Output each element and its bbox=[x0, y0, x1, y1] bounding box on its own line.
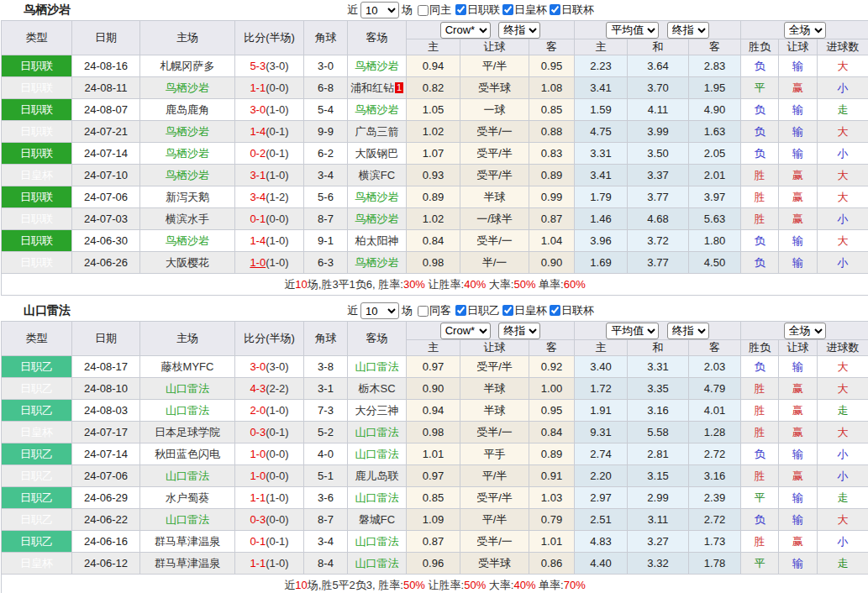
same-side-filter[interactable]: 同客 bbox=[418, 303, 451, 318]
col-handicap: 让球 bbox=[460, 39, 529, 55]
average-select-group: 平均值 终指 bbox=[575, 322, 741, 340]
avg-home-odds: 3.31 bbox=[575, 143, 628, 165]
odds-source-select[interactable]: Crow* bbox=[440, 22, 491, 39]
match-result: 胜 bbox=[741, 378, 779, 400]
near-label: 近 bbox=[347, 3, 358, 18]
home-odds: 1.01 bbox=[407, 443, 460, 465]
matches-table: 类型 日期 主场 比分(半场) 角球 客场 Crow* 终指 平均值 终指 bbox=[1, 321, 868, 593]
league-filter[interactable]: 日联杯 bbox=[550, 303, 594, 318]
final-odds-select-2[interactable]: 终指 bbox=[667, 323, 709, 339]
half-score: (0-0) bbox=[266, 213, 288, 225]
league-filter[interactable]: 日职乙 bbox=[455, 303, 500, 318]
avg-home-odds: 1.59 bbox=[575, 99, 628, 121]
handicap: 平/半 bbox=[460, 55, 529, 77]
corner-score: 7-3 bbox=[304, 400, 348, 422]
match-row: 日皇杯24-07-17日本足球学院0-3(0-1)5-2山口雷法0.98受半/一… bbox=[2, 422, 868, 443]
same-side-checkbox[interactable] bbox=[418, 5, 429, 16]
avg-home-odds: 2.20 bbox=[575, 465, 628, 487]
match-date: 24-07-03 bbox=[72, 208, 140, 230]
away-team: 鸟栖沙岩 bbox=[348, 99, 407, 121]
full-score: 1-0 bbox=[250, 470, 266, 482]
league-badge: 日职乙 bbox=[2, 400, 72, 422]
away-team: 山口雷法 bbox=[348, 531, 407, 553]
full-score: 1-4 bbox=[250, 234, 266, 247]
avg-home-odds: 3.96 bbox=[575, 230, 628, 252]
match-result: 负 bbox=[741, 509, 779, 531]
handicap-result: 赢 bbox=[779, 208, 818, 230]
goals-result: 大 bbox=[818, 121, 868, 143]
final-odds-select[interactable]: 终指 bbox=[498, 323, 540, 339]
final-odds-select[interactable]: 终指 bbox=[498, 22, 540, 39]
final-odds-select-2[interactable]: 终指 bbox=[667, 22, 709, 39]
odds-source-select[interactable]: Crow* bbox=[440, 323, 491, 339]
match-result: 负 bbox=[741, 143, 779, 165]
avg-home-odds: 1.46 bbox=[575, 208, 628, 230]
avg-away-odds: 2.39 bbox=[689, 487, 741, 509]
half-score: (1-0) bbox=[266, 234, 288, 247]
goals-result: 小 bbox=[818, 443, 868, 465]
league-checkbox[interactable] bbox=[550, 305, 560, 316]
avg-home-odds: 4.83 bbox=[575, 531, 628, 553]
home-odds: 0.93 bbox=[407, 165, 460, 186]
scope-select[interactable]: 全场 bbox=[784, 22, 826, 39]
match-date: 24-07-14 bbox=[72, 143, 140, 165]
half-score: (1-2) bbox=[266, 191, 288, 203]
score-cell: 0-1(0-1) bbox=[235, 531, 304, 553]
league-filter[interactable]: 日联杯 bbox=[550, 3, 594, 18]
league-checkbox[interactable] bbox=[550, 4, 560, 15]
handicap: 受平/半 bbox=[460, 143, 529, 165]
goals-result: 大 bbox=[818, 230, 868, 252]
league-checkbox[interactable] bbox=[455, 4, 466, 15]
scope-select[interactable]: 全场 bbox=[784, 323, 826, 339]
score-cell: 1-0(0-0) bbox=[235, 443, 304, 465]
home-team: 鸟栖沙岩 bbox=[140, 77, 235, 99]
avg-home-odds: 2.74 bbox=[575, 443, 628, 465]
league-checkbox[interactable] bbox=[502, 305, 513, 316]
match-count-select[interactable]: 10 bbox=[360, 2, 399, 18]
col-score: 比分(半场) bbox=[235, 322, 304, 356]
away-odds: 0.92 bbox=[529, 356, 575, 378]
handicap-result: 输 bbox=[779, 487, 818, 509]
score-cell: 0-2(0-1) bbox=[235, 143, 304, 165]
corner-score: 6-8 bbox=[304, 77, 348, 99]
avg-away-odds: 2.03 bbox=[689, 356, 741, 378]
match-row: 日职乙24-08-03山口雷法2-0(1-0)7-3大分三神0.94半球0.95… bbox=[2, 400, 868, 422]
away-odds: 0.95 bbox=[529, 55, 575, 77]
avg-draw-odds: 3.77 bbox=[628, 186, 689, 208]
avg-draw-odds: 3.27 bbox=[628, 531, 689, 553]
half-score: (0-1) bbox=[266, 147, 288, 160]
league-filter[interactable]: 日皇杯 bbox=[502, 303, 547, 318]
half-score: (1-0) bbox=[266, 103, 288, 116]
score-cell: 3-0(1-0) bbox=[235, 99, 304, 121]
league-checkbox[interactable] bbox=[502, 4, 513, 15]
league-badge: 日职乙 bbox=[2, 378, 72, 400]
half-score: (1-0) bbox=[266, 169, 288, 181]
match-date: 24-06-30 bbox=[72, 230, 140, 252]
home-team: 山口雷法 bbox=[140, 465, 235, 487]
league-checkbox[interactable] bbox=[455, 305, 466, 316]
average-select[interactable]: 平均值 bbox=[606, 323, 659, 339]
goals-result: 小 bbox=[818, 77, 868, 99]
same-side-checkbox[interactable] bbox=[418, 306, 429, 317]
away-team: 山口雷法 bbox=[348, 422, 407, 443]
away-odds: 1.08 bbox=[529, 77, 575, 99]
average-select[interactable]: 平均值 bbox=[606, 22, 659, 39]
same-side-filter[interactable]: 同主 bbox=[418, 3, 451, 18]
match-count-select[interactable]: 10 bbox=[360, 302, 399, 319]
match-result: 胜 bbox=[741, 186, 779, 208]
home-odds: 1.09 bbox=[407, 509, 460, 531]
league-filter[interactable]: 日职联 bbox=[455, 3, 500, 18]
half-score: (2-2) bbox=[266, 382, 288, 395]
home-team: 山口雷法 bbox=[140, 400, 235, 422]
score-cell: 1-4(1-0) bbox=[235, 230, 304, 252]
score-cell: 5-3(3-0) bbox=[235, 55, 304, 77]
match-date: 24-08-16 bbox=[72, 55, 140, 77]
team-title: 山口雷法 bbox=[24, 303, 71, 318]
handicap: 半球 bbox=[460, 400, 529, 422]
home-team: 横滨水手 bbox=[140, 208, 235, 230]
average-select-group: 平均值 终指 bbox=[575, 21, 741, 39]
col-avg-draw: 和 bbox=[628, 340, 689, 356]
avg-draw-odds: 3.77 bbox=[628, 252, 689, 274]
league-filter[interactable]: 日皇杯 bbox=[502, 3, 547, 18]
match-row: 日职乙24-07-14秋田蓝色闪电1-0(0-0)4-0山口雷法1.01平手0.… bbox=[2, 443, 868, 465]
